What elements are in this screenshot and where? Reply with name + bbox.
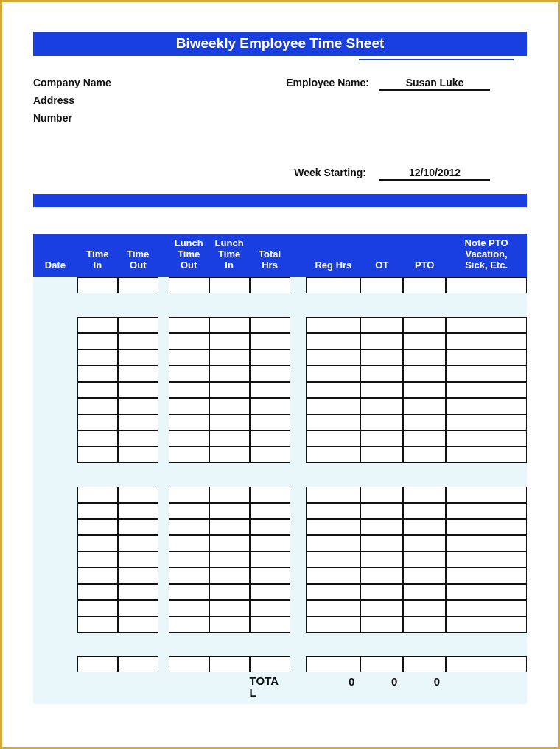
cell-total-hrs[interactable] — [250, 535, 290, 551]
cell-total-hrs[interactable] — [250, 503, 290, 519]
cell-lunch-out[interactable] — [169, 656, 209, 672]
cell-lunch-in[interactable] — [209, 487, 250, 503]
cell-reg-hrs[interactable] — [306, 349, 360, 366]
cell-time-in[interactable] — [77, 414, 118, 431]
cell-pto[interactable] — [403, 656, 446, 672]
cell-lunch-in[interactable] — [209, 317, 250, 333]
cell-lunch-out[interactable] — [169, 616, 209, 633]
cell-lunch-out[interactable] — [169, 414, 209, 431]
cell-total-hrs[interactable] — [250, 277, 290, 293]
cell-reg-hrs[interactable] — [306, 519, 360, 535]
cell-lunch-out[interactable] — [169, 366, 209, 382]
cell-time-out[interactable] — [118, 277, 158, 293]
cell-total-hrs[interactable] — [250, 600, 290, 616]
cell-total-hrs[interactable] — [250, 317, 290, 333]
cell-reg-hrs[interactable] — [306, 656, 360, 672]
cell-ot[interactable] — [360, 447, 403, 463]
cell-time-out[interactable] — [118, 535, 158, 551]
cell-lunch-out[interactable] — [169, 277, 209, 293]
cell-lunch-in[interactable] — [209, 366, 250, 382]
cell-time-out[interactable] — [118, 349, 158, 366]
cell-note[interactable] — [446, 503, 527, 519]
cell-ot[interactable] — [360, 431, 403, 447]
cell-total-hrs[interactable] — [250, 568, 290, 584]
cell-time-in[interactable] — [77, 382, 118, 398]
cell-note[interactable] — [446, 551, 527, 568]
cell-total-hrs[interactable] — [250, 519, 290, 535]
cell-ot[interactable] — [360, 382, 403, 398]
cell-pto[interactable] — [403, 382, 446, 398]
cell-pto[interactable] — [403, 366, 446, 382]
cell-lunch-out[interactable] — [169, 503, 209, 519]
cell-time-in[interactable] — [77, 349, 118, 366]
cell-lunch-out[interactable] — [169, 349, 209, 366]
cell-ot[interactable] — [360, 584, 403, 600]
cell-lunch-in[interactable] — [209, 568, 250, 584]
cell-lunch-in[interactable] — [209, 551, 250, 568]
cell-reg-hrs[interactable] — [306, 398, 360, 414]
cell-lunch-in[interactable] — [209, 277, 250, 293]
cell-time-out[interactable] — [118, 366, 158, 382]
cell-reg-hrs[interactable] — [306, 447, 360, 463]
cell-note[interactable] — [446, 277, 527, 293]
cell-ot[interactable] — [360, 317, 403, 333]
cell-lunch-out[interactable] — [169, 398, 209, 414]
cell-lunch-out[interactable] — [169, 382, 209, 398]
cell-lunch-out[interactable] — [169, 431, 209, 447]
cell-lunch-in[interactable] — [209, 333, 250, 349]
cell-total-hrs[interactable] — [250, 398, 290, 414]
cell-reg-hrs[interactable] — [306, 333, 360, 349]
cell-time-in[interactable] — [77, 398, 118, 414]
cell-lunch-out[interactable] — [169, 551, 209, 568]
cell-pto[interactable] — [403, 568, 446, 584]
cell-time-out[interactable] — [118, 503, 158, 519]
cell-pto[interactable] — [403, 317, 446, 333]
cell-time-out[interactable] — [118, 317, 158, 333]
cell-time-out[interactable] — [118, 568, 158, 584]
cell-ot[interactable] — [360, 503, 403, 519]
cell-lunch-in[interactable] — [209, 600, 250, 616]
cell-time-out[interactable] — [118, 584, 158, 600]
cell-note[interactable] — [446, 584, 527, 600]
cell-reg-hrs[interactable] — [306, 551, 360, 568]
cell-pto[interactable] — [403, 519, 446, 535]
cell-lunch-in[interactable] — [209, 431, 250, 447]
cell-reg-hrs[interactable] — [306, 277, 360, 293]
cell-time-in[interactable] — [77, 431, 118, 447]
cell-time-in[interactable] — [77, 366, 118, 382]
cell-time-out[interactable] — [118, 600, 158, 616]
cell-note[interactable] — [446, 447, 527, 463]
cell-pto[interactable] — [403, 487, 446, 503]
cell-note[interactable] — [446, 317, 527, 333]
cell-time-in[interactable] — [77, 519, 118, 535]
cell-lunch-out[interactable] — [169, 519, 209, 535]
week-starting-value[interactable]: 12/10/2012 — [379, 167, 490, 181]
cell-time-out[interactable] — [118, 382, 158, 398]
cell-time-out[interactable] — [118, 431, 158, 447]
cell-lunch-in[interactable] — [209, 382, 250, 398]
cell-reg-hrs[interactable] — [306, 317, 360, 333]
cell-reg-hrs[interactable] — [306, 382, 360, 398]
cell-time-out[interactable] — [118, 447, 158, 463]
cell-note[interactable] — [446, 600, 527, 616]
cell-lunch-in[interactable] — [209, 535, 250, 551]
cell-lunch-out[interactable] — [169, 600, 209, 616]
cell-ot[interactable] — [360, 519, 403, 535]
cell-time-in[interactable] — [77, 317, 118, 333]
cell-lunch-out[interactable] — [169, 535, 209, 551]
cell-lunch-out[interactable] — [169, 584, 209, 600]
cell-time-in[interactable] — [77, 487, 118, 503]
cell-note[interactable] — [446, 366, 527, 382]
cell-note[interactable] — [446, 519, 527, 535]
cell-total-hrs[interactable] — [250, 656, 290, 672]
cell-time-in[interactable] — [77, 333, 118, 349]
cell-total-hrs[interactable] — [250, 414, 290, 431]
cell-note[interactable] — [446, 656, 527, 672]
cell-lunch-in[interactable] — [209, 656, 250, 672]
cell-total-hrs[interactable] — [250, 333, 290, 349]
cell-pto[interactable] — [403, 398, 446, 414]
cell-note[interactable] — [446, 535, 527, 551]
cell-note[interactable] — [446, 382, 527, 398]
cell-reg-hrs[interactable] — [306, 503, 360, 519]
cell-reg-hrs[interactable] — [306, 366, 360, 382]
